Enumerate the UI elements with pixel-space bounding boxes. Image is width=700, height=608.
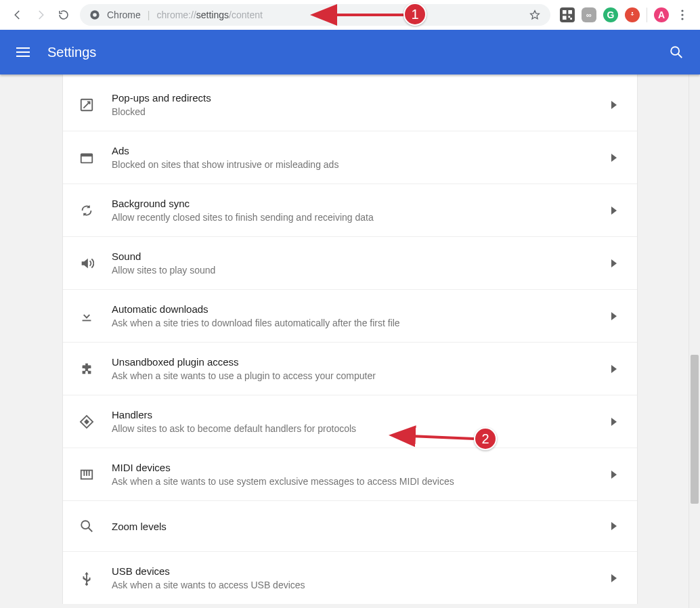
- url-path: chrome://settings/content: [156, 9, 262, 20]
- svg-point-8: [681, 9, 683, 12]
- setting-title: Handlers: [112, 409, 607, 420]
- reload-button[interactable]: [57, 8, 70, 22]
- extension-infinity-icon[interactable]: ∞: [582, 7, 596, 22]
- svg-point-9: [681, 14, 683, 16]
- svg-rect-18: [84, 419, 89, 425]
- setting-subtitle: Ask when a site wants to use a plugin to…: [112, 370, 607, 381]
- chevron-right-icon: [607, 259, 621, 267]
- svg-point-23: [81, 521, 89, 529]
- url-separator: |: [148, 9, 150, 20]
- handlers-icon: [79, 414, 112, 429]
- settings-header: Settings: [0, 30, 700, 74]
- setting-row-usb[interactable]: USB devices Ask when a site wants to acc…: [63, 552, 637, 604]
- usb-icon: [79, 571, 112, 586]
- sync-icon: [79, 203, 112, 218]
- sound-icon: [79, 256, 112, 271]
- chevron-right-icon: [607, 207, 621, 215]
- svg-rect-21: [86, 470, 87, 475]
- setting-title: MIDI devices: [112, 462, 607, 473]
- svg-rect-4: [563, 16, 567, 20]
- setting-title: Sound: [112, 251, 607, 262]
- menu-button[interactable]: [16, 43, 35, 62]
- svg-rect-16: [83, 320, 91, 321]
- midi-icon: [79, 467, 112, 482]
- svg-rect-5: [568, 16, 570, 18]
- plugin-icon: [79, 362, 112, 376]
- back-button[interactable]: [11, 8, 24, 22]
- content-area: Pop-ups and redirects Blocked Ads Blocke…: [0, 74, 700, 608]
- setting-subtitle: Ask when a site tries to download files …: [112, 318, 607, 328]
- forward-button[interactable]: [34, 8, 47, 22]
- svg-rect-2: [563, 10, 567, 14]
- svg-rect-3: [568, 10, 572, 14]
- toolbar-divider: [647, 7, 647, 22]
- setting-title: Ads: [112, 145, 607, 156]
- svg-line-24: [89, 528, 93, 532]
- svg-line-12: [678, 54, 682, 58]
- svg-rect-7: [632, 12, 633, 14]
- setting-title: Automatic downloads: [112, 303, 607, 315]
- url-origin-label: Chrome: [107, 9, 141, 20]
- svg-rect-20: [83, 470, 85, 475]
- svg-rect-15: [81, 154, 93, 156]
- address-bar[interactable]: Chrome | chrome://settings/content: [80, 4, 550, 26]
- download-icon: [79, 309, 112, 324]
- setting-title: Unsandboxed plugin access: [112, 356, 607, 368]
- scrollbar[interactable]: ▲: [688, 30, 700, 608]
- svg-point-11: [671, 47, 679, 55]
- svg-point-10: [681, 18, 683, 20]
- zoom-icon: [79, 519, 112, 534]
- setting-row-plugin-access[interactable]: Unsandboxed plugin access Ask when a sit…: [63, 343, 637, 395]
- settings-search-button[interactable]: [669, 45, 684, 60]
- setting-title: Zoom levels: [112, 521, 607, 532]
- scroll-thumb[interactable]: [691, 355, 699, 504]
- setting-subtitle: Blocked on sites that show intrusive or …: [112, 159, 607, 170]
- setting-title: USB devices: [112, 565, 607, 577]
- setting-title: Background sync: [112, 198, 607, 209]
- setting-row-sound[interactable]: Sound Allow sites to play sound: [63, 237, 637, 290]
- setting-row-midi[interactable]: MIDI devices Ask when a site wants to us…: [63, 448, 637, 501]
- page-title: Settings: [47, 45, 96, 60]
- svg-point-1: [93, 13, 97, 17]
- setting-subtitle: Allow sites to ask to become default han…: [112, 423, 607, 434]
- setting-row-popups[interactable]: Pop-ups and redirects Blocked: [63, 74, 637, 131]
- setting-title: Pop-ups and redirects: [112, 92, 607, 104]
- setting-subtitle: Ask when a site wants to access USB devi…: [112, 580, 607, 590]
- browser-toolbar: Chrome | chrome://settings/content ∞ G A: [0, 0, 700, 30]
- extension-row: ∞ G A: [560, 7, 689, 22]
- setting-row-zoom[interactable]: Zoom levels: [63, 501, 637, 552]
- setting-row-handlers[interactable]: Handlers Allow sites to ask to become de…: [63, 395, 637, 448]
- setting-subtitle: Ask when a site wants to use system excl…: [112, 476, 607, 487]
- settings-panel: Pop-ups and redirects Blocked Ads Blocke…: [62, 74, 638, 604]
- setting-subtitle: Allow sites to play sound: [112, 265, 607, 276]
- chevron-right-icon: [607, 522, 621, 530]
- setting-row-automatic-downloads[interactable]: Automatic downloads Ask when a site trie…: [63, 290, 637, 343]
- setting-row-background-sync[interactable]: Background sync Allow recently closed si…: [63, 184, 637, 237]
- popups-icon: [79, 97, 112, 112]
- profile-avatar[interactable]: A: [654, 7, 669, 22]
- chevron-right-icon: [607, 471, 621, 479]
- bookmark-star-icon[interactable]: [529, 9, 541, 21]
- setting-subtitle: Blocked: [112, 106, 607, 117]
- chevron-right-icon: [607, 365, 621, 373]
- chrome-menu-button[interactable]: [676, 9, 689, 20]
- ads-icon: [79, 150, 112, 165]
- svg-rect-22: [89, 470, 90, 475]
- chevron-right-icon: [607, 418, 621, 426]
- svg-rect-6: [570, 18, 572, 20]
- chevron-right-icon: [607, 574, 621, 582]
- chevron-right-icon: [607, 154, 621, 162]
- setting-subtitle: Allow recently closed sites to finish se…: [112, 212, 607, 223]
- chevron-right-icon: [607, 101, 621, 109]
- chevron-right-icon: [607, 312, 621, 320]
- setting-row-ads[interactable]: Ads Blocked on sites that show intrusive…: [63, 131, 637, 184]
- extension-ublock-icon[interactable]: [625, 7, 640, 22]
- extension-qr-icon[interactable]: [560, 7, 575, 22]
- chrome-origin-icon: [89, 9, 100, 20]
- extension-grammarly-icon[interactable]: G: [603, 7, 618, 22]
